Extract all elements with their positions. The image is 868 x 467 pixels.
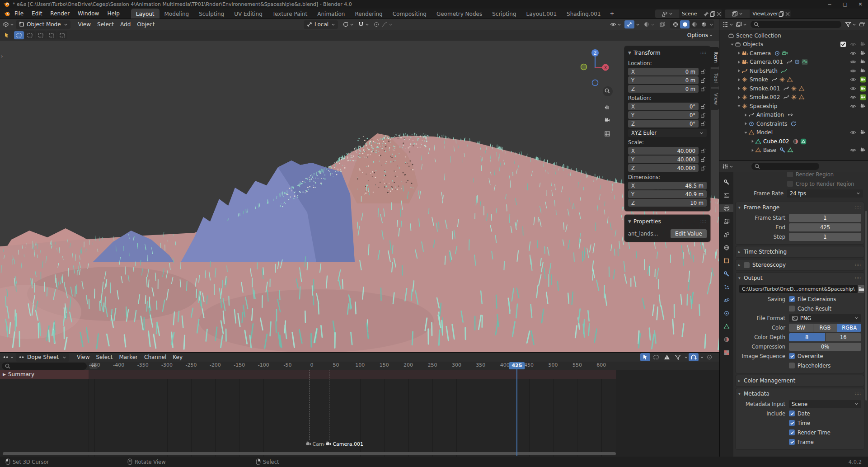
- outliner-row-model[interactable]: Model: [719, 128, 868, 137]
- workspace-tab-geometry-nodes[interactable]: Geometry Nodes: [432, 9, 487, 19]
- shading-wireframe-button[interactable]: [671, 20, 680, 28]
- outliner-row-cube-002[interactable]: Cube.002: [719, 137, 868, 146]
- lock-icon[interactable]: [699, 104, 707, 110]
- outliner-row-base[interactable]: Base: [719, 146, 868, 155]
- properties-tab-constraints[interactable]: [719, 309, 733, 317]
- transform-field-scale-x[interactable]: X40.000: [628, 147, 699, 155]
- dope-sheet-scrollbar[interactable]: [3, 452, 616, 455]
- add-workspace-button[interactable]: +: [606, 9, 619, 19]
- dope-sheet-ruler[interactable]: -450-400-350-300-250-200-150-100-5005010…: [0, 362, 719, 370]
- expand-arrow[interactable]: [743, 113, 748, 117]
- outliner-row-smoke-002[interactable]: Smoke.002: [719, 93, 868, 102]
- time-checkbox[interactable]: [789, 420, 795, 426]
- file-format-dropdown[interactable]: PNG: [789, 314, 861, 322]
- viewport-menu-add[interactable]: Add: [117, 19, 134, 30]
- blender-menu-icon[interactable]: [4, 10, 10, 17]
- viewport-menu-select[interactable]: Select: [94, 19, 117, 30]
- panel-drag-dots[interactable]: ∷∷: [855, 392, 861, 396]
- workspace-tab-modeling[interactable]: Modeling: [160, 9, 194, 19]
- transform-field-rotation-z[interactable]: Z0°: [628, 120, 699, 127]
- dope-sheet-editor-icon[interactable]: [3, 354, 9, 360]
- minimize-button[interactable]: ─: [822, 0, 837, 9]
- viewport-menu-object[interactable]: Object: [134, 19, 158, 30]
- menu-file[interactable]: File: [10, 9, 28, 19]
- outliner-row-smoke-001[interactable]: Smoke.001: [719, 84, 868, 93]
- view-layer-selector[interactable]: ViewLayer: [725, 9, 791, 18]
- hide-viewport-icon[interactable]: [850, 85, 856, 92]
- proportional-editing-icon[interactable]: [704, 353, 714, 361]
- snap-icon[interactable]: [689, 353, 699, 361]
- hide-viewport-icon[interactable]: [850, 76, 856, 83]
- panel-drag-dots[interactable]: ∷∷: [855, 263, 861, 267]
- crop-to-render-region-checkbox[interactable]: [787, 181, 793, 187]
- options-dropdown[interactable]: Options: [687, 32, 713, 38]
- box-select-toggle[interactable]: [651, 353, 661, 361]
- expand-arrow[interactable]: [737, 60, 741, 64]
- proportional-editing-icon[interactable]: [373, 21, 380, 28]
- properties-tab-texture[interactable]: [719, 349, 733, 356]
- expand-arrow[interactable]: [737, 95, 741, 99]
- properties-tab-physics[interactable]: [719, 296, 733, 304]
- disable-render-icon[interactable]: [860, 147, 866, 153]
- outliner-search-input[interactable]: [751, 21, 841, 28]
- dope-menu-select[interactable]: Select: [93, 353, 116, 363]
- option-8[interactable]: 8: [789, 333, 825, 341]
- current-frame-badge[interactable]: 425: [509, 362, 525, 369]
- transform-field-rotation-y[interactable]: Y0°: [628, 111, 699, 119]
- panel-drag-dots[interactable]: ∷∷: [855, 276, 861, 280]
- render-region-checkbox[interactable]: [787, 172, 793, 177]
- active-tool-icon[interactable]: [4, 32, 10, 38]
- workspace-tab-animation[interactable]: Animation: [312, 9, 350, 19]
- placeholders-checkbox[interactable]: [789, 363, 795, 368]
- scene-name[interactable]: Scene: [682, 11, 703, 17]
- show-errors-toggle[interactable]: [662, 353, 672, 361]
- properties-editor-icon[interactable]: [722, 163, 728, 170]
- disable-render-icon[interactable]: [860, 59, 866, 65]
- expand-arrow[interactable]: [737, 78, 741, 82]
- select-mode-subtract[interactable]: [36, 31, 46, 39]
- properties-tab-view-layer[interactable]: [719, 217, 733, 225]
- display-mode-icon[interactable]: [736, 21, 742, 28]
- properties-tab-material[interactable]: [719, 335, 733, 343]
- shading-solid-button[interactable]: [680, 20, 690, 28]
- workspace-tab-sculpting[interactable]: Sculpting: [194, 9, 229, 19]
- menu-render[interactable]: Render: [46, 9, 74, 19]
- properties-search-input[interactable]: [751, 163, 819, 170]
- sidebar-tab-tool[interactable]: Tool: [710, 69, 719, 87]
- outliner-row-scene-collection[interactable]: Scene Collection: [719, 31, 868, 40]
- transform-field-dimensions-y[interactable]: Y40.9 m: [628, 190, 707, 198]
- select-mode-extend[interactable]: [25, 31, 35, 39]
- show-gizmo-toggle[interactable]: [624, 20, 634, 28]
- panel-header-color-management[interactable]: ▸Color Management: [738, 375, 861, 386]
- dope-sheet-body[interactable]: ▶ Summary CamerCamera.001: [0, 370, 719, 457]
- transform-field-location-z[interactable]: Z0 m: [628, 85, 699, 93]
- lock-icon[interactable]: [699, 148, 707, 154]
- toolbar-expand-arrow[interactable]: ›: [1, 53, 3, 59]
- date-checkbox[interactable]: [789, 410, 795, 416]
- panel-header-time-stretching[interactable]: ▸Time Stretching: [738, 246, 861, 257]
- render-enabled-icon[interactable]: [860, 94, 866, 100]
- compression-field[interactable]: 0%: [789, 343, 861, 351]
- properties-tab-object[interactable]: [719, 257, 733, 264]
- new-scene-icon[interactable]: [709, 11, 716, 17]
- step-field[interactable]: 1: [789, 233, 861, 241]
- expand-arrow[interactable]: [750, 148, 755, 152]
- expand-arrow[interactable]: [737, 104, 741, 108]
- expand-arrow[interactable]: [737, 51, 741, 55]
- option-rgba[interactable]: RGBA: [837, 324, 861, 332]
- workspace-tab-rendering[interactable]: Rendering: [350, 9, 387, 19]
- properties-tab-tool[interactable]: [719, 178, 733, 186]
- hide-viewport-icon[interactable]: [850, 41, 856, 47]
- properties-tab-data[interactable]: [719, 322, 733, 330]
- panel-header-metadata[interactable]: ▾Metadata∷∷: [738, 388, 861, 399]
- timeline-marker-camer[interactable]: Camer: [305, 441, 324, 447]
- expand-arrow[interactable]: [730, 42, 735, 47]
- transform-field-scale-z[interactable]: Z40.000: [628, 164, 699, 172]
- 3d-scene-canvas[interactable]: ZX: [0, 41, 719, 353]
- zoom-icon[interactable]: [604, 88, 612, 96]
- transform-field-location-y[interactable]: Y0 m: [628, 76, 699, 84]
- panel-drag-dots[interactable]: ∷∷: [855, 205, 861, 210]
- disable-render-icon[interactable]: [860, 50, 866, 57]
- falloff-icon[interactable]: [381, 21, 388, 28]
- xray-toggle-icon[interactable]: [659, 21, 666, 28]
